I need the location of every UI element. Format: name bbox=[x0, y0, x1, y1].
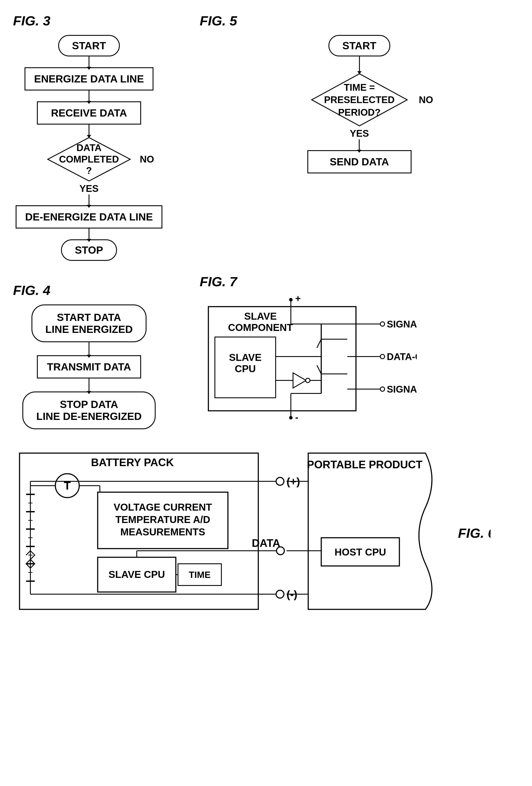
fig5-start: START bbox=[328, 35, 390, 56]
fig3-no-label: NO bbox=[140, 154, 154, 165]
svg-text:MEASUREMENTS: MEASUREMENTS bbox=[120, 526, 205, 537]
fig7-diagram: SLAVE COMPONENT SLAVE CPU + - bbox=[200, 296, 519, 422]
svg-text:TIME: TIME bbox=[189, 570, 211, 580]
fig5-senddata: SEND DATA bbox=[307, 150, 412, 174]
svg-text:SIGNAL-OUT: SIGNAL-OUT bbox=[387, 319, 417, 329]
arrow-f4-1 bbox=[89, 342, 89, 355]
svg-text:FIG. 6: FIG. 6 bbox=[458, 526, 490, 540]
fig6-diagram: BATTERY PACK bbox=[13, 446, 490, 617]
svg-text:PORTABLE PRODUCT: PORTABLE PRODUCT bbox=[307, 459, 422, 471]
svg-text:SIGNAL-IN: SIGNAL-IN bbox=[387, 384, 417, 394]
svg-text:COMPONENT: COMPONENT bbox=[228, 322, 293, 333]
fig5-diamond: TIME =PRESELECTEDPERIOD? NO bbox=[309, 72, 409, 128]
svg-text:HOST CPU: HOST CPU bbox=[334, 547, 386, 558]
fig5-container: FIG. 5 START TIME =PRESELECTEDPERIOD? NO bbox=[187, 13, 519, 261]
svg-point-23 bbox=[380, 354, 385, 359]
arrow-f5-1 bbox=[359, 56, 360, 72]
fig4-title: FIG. 4 bbox=[13, 282, 165, 298]
svg-text:BATTERY PACK: BATTERY PACK bbox=[91, 456, 174, 468]
fig5-no-label: NO bbox=[419, 94, 433, 105]
svg-point-20 bbox=[380, 322, 385, 326]
fig3-deenergize: DE-ENERGIZE DATA LINE bbox=[16, 205, 162, 229]
fig6-svg: BATTERY PACK bbox=[13, 446, 490, 616]
fig5-title: FIG. 5 bbox=[200, 13, 519, 28]
svg-point-12 bbox=[289, 416, 293, 419]
svg-text:-: - bbox=[295, 412, 298, 422]
svg-text:SLAVE: SLAVE bbox=[229, 352, 261, 363]
svg-text:TEMPERATURE A/D: TEMPERATURE A/D bbox=[115, 514, 210, 525]
svg-text:CPU: CPU bbox=[235, 363, 256, 374]
fig4-stop: STOP DATALINE DE-ENERGIZED bbox=[22, 392, 156, 429]
svg-text:SLAVE: SLAVE bbox=[244, 310, 277, 322]
fig4-start: START DATALINE ENERGIZED bbox=[31, 304, 147, 342]
fig3-container: FIG. 3 START ENERGIZE DATA LINE RECEIVE … bbox=[13, 13, 165, 261]
fig7-title: FIG. 7 bbox=[200, 274, 519, 289]
fig5-yes-label: YES bbox=[350, 128, 369, 139]
svg-point-30 bbox=[306, 378, 310, 383]
fig3-start: START bbox=[58, 35, 120, 56]
page: FIG. 3 START ENERGIZE DATA LINE RECEIVE … bbox=[0, 0, 532, 786]
fig3-diamond-text: DATACOMPLETED? bbox=[59, 142, 119, 177]
arrow2 bbox=[89, 91, 89, 101]
svg-point-80 bbox=[276, 590, 284, 598]
arrow1 bbox=[89, 56, 89, 67]
fig6-container: BATTERY PACK bbox=[13, 446, 519, 617]
arrow4 bbox=[89, 194, 89, 205]
fig4-flowchart: START DATALINE ENERGIZED TRANSMIT DATA S… bbox=[13, 304, 165, 429]
fig3-stop: STOP bbox=[61, 239, 117, 261]
fig5-flowchart: START TIME =PRESELECTEDPERIOD? NO YES bbox=[200, 35, 519, 174]
fig3-receive: RECEIVE DATA bbox=[37, 101, 141, 124]
fig4-transmit: TRANSMIT DATA bbox=[37, 355, 141, 378]
fig3-diamond: DATACOMPLETED? NO bbox=[46, 135, 132, 183]
fig4-container: FIG. 4 START DATALINE ENERGIZED TRANSMIT… bbox=[13, 274, 165, 429]
svg-text:DATA-OUT: DATA-OUT bbox=[387, 351, 417, 362]
fig3-energize: ENERGIZE DATA LINE bbox=[25, 67, 154, 91]
fig3-title: FIG. 3 bbox=[13, 13, 165, 28]
fig7-container: FIG. 7 SLAVE COMPONENT SLAVE CPU + bbox=[187, 274, 519, 429]
svg-text:SLAVE CPU: SLAVE CPU bbox=[109, 569, 165, 580]
fig3-flowchart: START ENERGIZE DATA LINE RECEIVE DATA DA… bbox=[13, 35, 165, 261]
svg-text:+: + bbox=[295, 296, 301, 304]
arrow-f5-2 bbox=[359, 139, 360, 150]
svg-text:VOLTAGE CURRENT: VOLTAGE CURRENT bbox=[114, 502, 212, 513]
svg-point-73 bbox=[276, 478, 284, 485]
arrow-f4-2 bbox=[89, 378, 89, 392]
svg-point-9 bbox=[289, 298, 293, 301]
svg-point-26 bbox=[380, 387, 385, 391]
arrow3 bbox=[89, 124, 89, 135]
svg-text:DATA: DATA bbox=[252, 537, 280, 549]
fig3-yes-label: YES bbox=[79, 183, 98, 194]
arrow5 bbox=[89, 229, 89, 239]
fig7-svg: SLAVE COMPONENT SLAVE CPU + - bbox=[200, 296, 417, 422]
fig5-diamond-text: TIME =PRESELECTEDPERIOD? bbox=[324, 81, 395, 118]
